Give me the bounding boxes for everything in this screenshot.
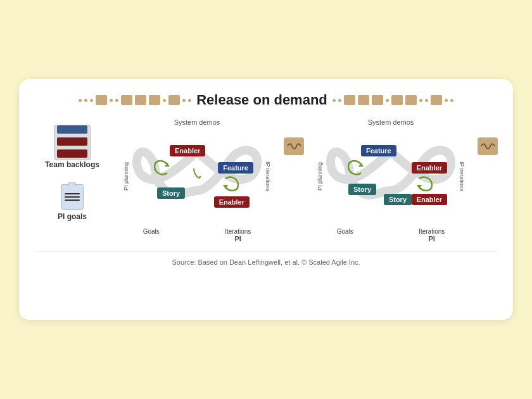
pi2-iterations-label-group: Iterations PI [419,228,445,243]
page-title: Release on demand [196,92,327,108]
pi1-infinity: Enabler Feature Story Enabler [130,127,263,225]
pi1-goals-label-group: Goals [143,228,160,243]
ip-iterations-label-2: IP iterations [459,162,465,191]
wave-badge-right [478,137,498,155]
wave-icon-center [284,118,304,155]
badge-enabler2-pi1: Enabler [214,196,250,208]
badge-story2-pi2: Story [384,194,412,205]
system-demos-label-1: System demos [174,118,220,126]
team-backlogs-icon [54,125,91,160]
system-demos-label-2: System demos [368,118,414,126]
pi2-inner: PI planning Feature Enabler Stor [317,127,465,225]
team-backlogs-label: Team backlogs [45,160,99,169]
pi2-infinity: Feature Enabler Story Enabler Story [324,127,457,225]
pi1-pi-label: PI [235,235,241,243]
pi-block-2: System demos PI planning Fea [304,118,478,243]
header: Release on demand [34,92,498,108]
pi-block-1: System demos PI planning [110,118,284,243]
pi1-iterations-label: Iterations [225,228,251,235]
badge-enabler1-pi2: Enabler [412,162,447,174]
pi-goals-label: PI goals [58,212,87,221]
pi-planning-label-1: PI planning [123,162,129,191]
badge-feature-pi1: Feature [218,162,253,174]
pi2-goals-label-group: Goals [337,228,353,243]
pi2-goals-label: Goals [337,228,353,235]
pi-planning-label-2: PI planning [317,162,323,191]
badge-story-pi1: Story [157,187,185,199]
pi2-iterations-label: Iterations [419,228,445,235]
badge-enabler1-pi1: Enabler [170,145,205,156]
badge-feature-pi2: Feature [361,145,396,156]
pi2-bottom-labels: Goals Iterations PI [304,228,478,243]
header-left-decoration [79,95,191,105]
header-right-decoration [332,95,453,105]
pi1-bottom-labels: Goals Iterations PI [110,228,284,243]
pi2-infinity-svg [324,127,457,225]
ip-iterations-label-1: IP iterations [265,162,271,191]
left-section: Team backlogs PI goals [34,125,110,221]
pi1-infinity-svg [130,127,263,225]
pi-goals-icon [61,184,84,210]
badge-enabler2-pi2: Enabler [412,194,447,205]
pi2-pi-label: PI [429,235,435,243]
pi-goals-section: PI goals [58,184,87,221]
source-text: Source: Based on Dean Leffingwell, et al… [34,251,498,266]
pi1-goals-label: Goals [143,228,160,235]
badge-story1-pi2: Story [348,184,376,195]
wave-icon-right [478,118,498,155]
wave-badge [284,137,304,155]
pi1-inner: PI planning E [123,127,271,225]
pi1-iterations-label-group: Iterations PI [225,228,251,243]
main-card: Release on demand Team b [19,79,513,320]
diagram-area: Team backlogs PI goals System demos PI p… [34,118,498,243]
